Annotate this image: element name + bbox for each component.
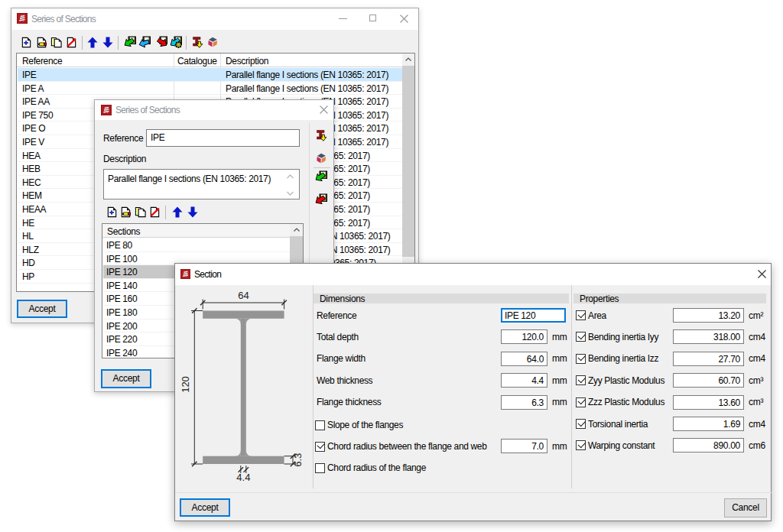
svg-text:64: 64 (238, 290, 249, 301)
svg-text:6.3: 6.3 (292, 453, 304, 467)
svg-text:4.4: 4.4 (236, 472, 250, 483)
svg-text:120: 120 (180, 376, 191, 393)
